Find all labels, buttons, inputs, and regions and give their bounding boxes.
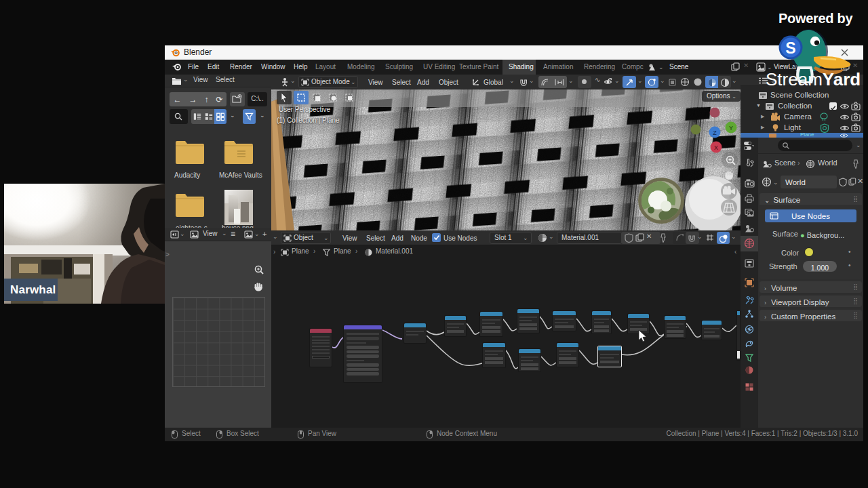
svg-text:X: X	[714, 144, 718, 151]
svg-text:Z: Z	[713, 129, 717, 136]
svg-text:Y: Y	[729, 125, 733, 131]
svg-text:S: S	[785, 39, 795, 57]
